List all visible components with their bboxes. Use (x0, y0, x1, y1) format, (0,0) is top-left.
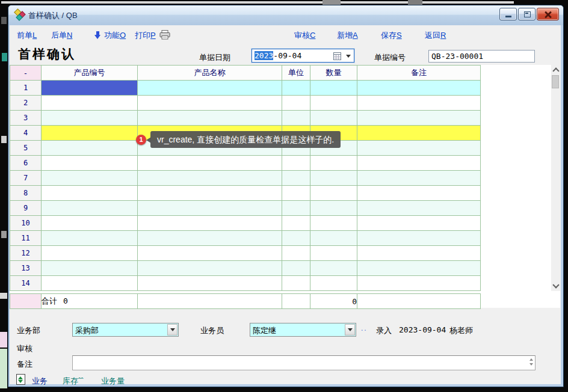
chevron-up-icon (552, 67, 559, 74)
grid-cell[interactable] (138, 216, 282, 231)
grid-cell[interactable] (42, 96, 138, 111)
grid-cell[interactable] (42, 246, 138, 261)
grid-cell[interactable] (310, 81, 357, 96)
scroll-up-button[interactable] (551, 65, 560, 75)
grid-cell[interactable] (357, 186, 481, 201)
calendar-icon[interactable] (333, 52, 341, 63)
agent-dropdown-button[interactable] (345, 324, 355, 335)
grid-cell[interactable] (42, 141, 138, 156)
grid-cell[interactable] (42, 111, 138, 126)
grid-cell[interactable] (310, 186, 357, 201)
grid-cell[interactable] (310, 276, 357, 291)
grid-cell[interactable] (42, 81, 138, 96)
scroll-down-button[interactable] (551, 281, 560, 291)
grid-cell[interactable] (138, 171, 282, 186)
grid-cell[interactable] (42, 231, 138, 246)
grid-cell[interactable] (357, 201, 481, 216)
grid-cell[interactable] (42, 156, 138, 171)
back-button[interactable]: 返回R (425, 30, 446, 41)
grid-cell[interactable] (357, 171, 481, 186)
grid-cell[interactable] (357, 216, 481, 231)
grid-cell[interactable] (357, 231, 481, 246)
more-button[interactable]: .. (361, 324, 368, 332)
grid-cell[interactable] (138, 96, 282, 111)
grid-cell[interactable] (310, 96, 357, 111)
grid-cell[interactable] (138, 261, 282, 276)
tab-business[interactable]: 业务 (32, 376, 48, 387)
grid-cell[interactable] (282, 261, 310, 276)
grid-cell[interactable] (310, 231, 357, 246)
grid-cell[interactable] (138, 231, 282, 246)
grid-cell[interactable] (357, 246, 481, 261)
grid-cell[interactable] (138, 276, 282, 291)
grid-cell[interactable] (138, 186, 282, 201)
print-button[interactable]: 打印P (135, 30, 156, 41)
grid-cell[interactable] (282, 276, 310, 291)
window-titlebar[interactable]: 首样确认 / QB (8, 5, 563, 25)
dept-dropdown-button[interactable] (167, 324, 177, 335)
grid-cell[interactable] (310, 111, 357, 126)
grid-cell[interactable] (357, 96, 481, 111)
chevron-down-icon[interactable] (346, 55, 351, 58)
doc-sync-icon[interactable] (16, 374, 25, 385)
grid-cell[interactable] (282, 186, 310, 201)
grid-cell[interactable] (310, 201, 357, 216)
printer-icon[interactable] (159, 30, 171, 42)
grid-cell[interactable] (310, 216, 357, 231)
dept-select[interactable]: 采购部 (72, 323, 179, 337)
functions-button[interactable]: 功能O (104, 30, 126, 41)
grid-cell[interactable] (42, 261, 138, 276)
vertical-scrollbar[interactable] (551, 65, 560, 291)
minimize-button[interactable] (499, 8, 517, 20)
grid-cell[interactable] (282, 81, 310, 96)
audit-button[interactable]: 审核C (294, 30, 315, 41)
grid-cell[interactable] (357, 141, 481, 156)
grid-cell[interactable] (357, 276, 481, 291)
grid-cell[interactable] (138, 111, 282, 126)
tab-inventory[interactable]: 库存ˆˆ (63, 376, 84, 387)
grid-cell[interactable] (310, 261, 357, 276)
scrollbar-thumb[interactable] (552, 75, 559, 88)
prev-doc-button[interactable]: 前单L (17, 30, 37, 41)
grid-cell[interactable] (357, 126, 481, 141)
new-button[interactable]: 新增A (337, 30, 358, 41)
grid-cell[interactable] (282, 216, 310, 231)
grid-cell[interactable] (310, 246, 357, 261)
grid-cell[interactable] (138, 246, 282, 261)
grid-cell[interactable] (357, 81, 481, 96)
doc-date-input[interactable]: 2023-09-04 (252, 49, 354, 63)
grid-cell[interactable] (42, 126, 138, 141)
grid-cell[interactable] (282, 231, 310, 246)
annotation-badge: 1 (136, 135, 146, 145)
grid-cell[interactable] (282, 246, 310, 261)
maximize-button[interactable] (518, 8, 536, 20)
grid-cell[interactable] (282, 96, 310, 111)
agent-select[interactable]: 陈定继 (250, 323, 356, 337)
grid-cell[interactable] (282, 201, 310, 216)
grid-cell[interactable] (357, 111, 481, 126)
grid-cell[interactable] (42, 186, 138, 201)
grid-cell[interactable] (138, 156, 282, 171)
grid-cell[interactable] (310, 156, 357, 171)
grid-cell[interactable] (282, 156, 310, 171)
column-header-remark: 备注 (357, 66, 481, 81)
grid-cell[interactable] (42, 276, 138, 291)
grid-cell[interactable] (42, 171, 138, 186)
save-button[interactable]: 保存S (381, 30, 402, 41)
doc-number-input[interactable]: QB-23-00001 (428, 50, 535, 63)
grid-cell[interactable] (310, 171, 357, 186)
grid-cell[interactable] (138, 81, 282, 96)
grid-cell[interactable] (42, 201, 138, 216)
tab-business-volume[interactable]: 业务量 (101, 376, 125, 387)
grid-cell[interactable] (357, 156, 481, 171)
grid-cell[interactable] (357, 261, 481, 276)
close-button[interactable] (537, 8, 559, 20)
remark-spinner[interactable] (529, 358, 533, 366)
grid-cell[interactable] (282, 111, 310, 126)
grid-cell[interactable] (282, 171, 310, 186)
doc-date-value: 2023-09-04 (255, 51, 301, 60)
grid-cell[interactable] (42, 216, 138, 231)
remark-input[interactable] (72, 355, 536, 370)
grid-cell[interactable] (138, 201, 282, 216)
next-doc-button[interactable]: 后单N (51, 30, 72, 41)
